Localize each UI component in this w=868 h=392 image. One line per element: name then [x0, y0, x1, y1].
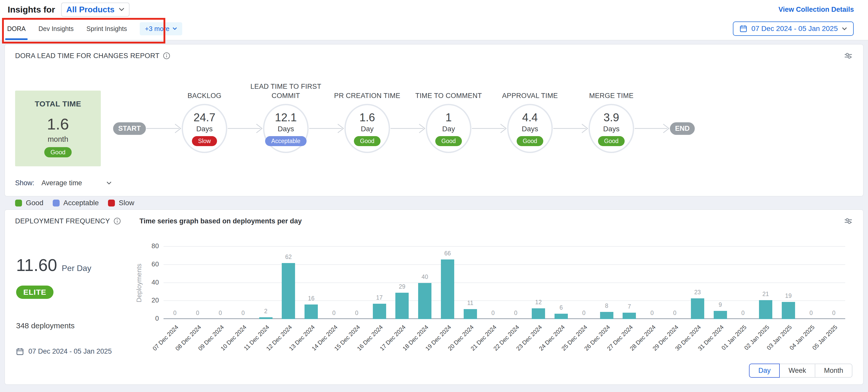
info-icon[interactable]	[114, 217, 121, 225]
bar-column-13-dec-2024: 1613 Dec 2024	[300, 247, 323, 319]
bar	[373, 304, 386, 319]
bar-value-label: 0	[186, 310, 209, 316]
page-title: Insights for	[8, 5, 55, 14]
view-collection-details-link[interactable]: View Collection Details	[778, 6, 854, 13]
bar	[600, 312, 613, 319]
bar-column-29-dec-2024: 029 Dec 2024	[663, 247, 686, 319]
lead-time-card: DORA LEAD TIME FOR CHANGES REPORT TOTAL …	[4, 44, 864, 197]
bar-column-08-dec-2024: 008 Dec 2024	[186, 247, 209, 319]
product-selector-dropdown[interactable]: All Products	[61, 3, 129, 17]
chart-settings-icon[interactable]	[844, 51, 853, 60]
legend-label: Good	[26, 199, 43, 207]
deployment-rate-value: 11.60	[16, 255, 57, 275]
bar	[623, 313, 636, 319]
status-legend: GoodAcceptableSlow	[15, 199, 853, 207]
show-metric-dropdown[interactable]: Show: Average time	[15, 179, 853, 187]
tab-dev-insights[interactable]: Dev Insights	[38, 18, 74, 40]
tabs-left: DORADev InsightsSprint Insights	[7, 18, 140, 40]
stage-approval-time: APPROVAL TIME4.4DaysGood	[507, 104, 553, 153]
bar-column-03-jan-2025: 1903 Jan 2025	[777, 247, 800, 319]
bar-value-label: 0	[641, 310, 663, 316]
performance-tier-badge: ELITE	[16, 285, 54, 299]
bar-column-12-dec-2024: 6212 Dec 2024	[277, 247, 300, 319]
bar-value-label: 0	[231, 310, 254, 316]
stage-circle: 4.4DaysGood	[507, 104, 553, 153]
bar	[759, 300, 772, 319]
chart-settings-icon[interactable]	[844, 216, 853, 226]
bar-column-19-dec-2024: 6619 Dec 2024	[436, 247, 459, 319]
bar-value-label: 11	[459, 300, 482, 306]
stage-pr-creation-time: PR CREATION TIME1.6DayGood	[344, 104, 390, 153]
deployment-rate-unit: Per Day	[62, 264, 91, 273]
stage-value: 24.7	[193, 111, 215, 124]
bar-value-label: 19	[777, 293, 800, 299]
stage-status-badge: Good	[435, 136, 462, 146]
bar	[259, 317, 273, 319]
stage-name: TIME TO COMMENT	[406, 91, 491, 100]
more-tabs-dropdown[interactable]: +3 more	[140, 22, 182, 35]
end-pill: END	[670, 122, 695, 135]
bar-value-label: 12	[527, 299, 550, 306]
date-range-picker[interactable]: 07 Dec 2024 - 05 Jan 2025	[733, 22, 854, 36]
bar-column-09-dec-2024: 009 Dec 2024	[209, 247, 232, 319]
bar-value-label: 62	[277, 253, 300, 261]
tab-sprint-insights[interactable]: Sprint Insights	[87, 18, 127, 40]
bar-value-label: 17	[368, 294, 391, 301]
stage-unit: Days	[196, 125, 213, 133]
bar-column-27-dec-2024: 727 Dec 2024	[618, 247, 641, 319]
bar	[305, 304, 318, 319]
total-time-value: 1.6	[47, 115, 69, 133]
bar-value-label: 0	[209, 310, 232, 316]
y-tick-60: 60	[152, 260, 159, 268]
bar-value-label: 0	[345, 310, 368, 316]
bar-column-15-dec-2024: 015 Dec 2024	[345, 247, 368, 319]
y-tick-0: 0	[155, 314, 159, 323]
granularity-day-button[interactable]: Day	[749, 364, 780, 378]
bar	[532, 308, 545, 319]
product-selector-value: All Products	[66, 5, 114, 14]
stage-circle: 12.1DaysAcceptable	[263, 104, 309, 153]
bar-value-label: 0	[482, 310, 504, 316]
granularity-toggle: DayWeekMonth	[749, 364, 852, 378]
stage-value: 12.1	[275, 111, 297, 124]
chevron-down-icon	[106, 181, 112, 185]
stage-unit: Days	[603, 125, 620, 133]
bar-value-label: 0	[323, 310, 345, 316]
stage-unit: Days	[278, 125, 294, 133]
deployment-chart: Deployments 020406080007 Dec 2024008 Dec…	[135, 232, 853, 355]
stage-value: 1.6	[359, 111, 375, 124]
stage-unit: Days	[522, 125, 538, 133]
bar-column-16-dec-2024: 1716 Dec 2024	[368, 247, 391, 319]
legend-item-good: Good	[15, 199, 43, 207]
total-deployments: 348 deployments	[16, 321, 135, 330]
bar-column-05-jan-2025: 005 Jan 2025	[823, 247, 845, 319]
bar-value-label: 0	[504, 310, 527, 316]
granularity-week-button[interactable]: Week	[779, 364, 815, 378]
bar	[464, 309, 477, 319]
bar-value-label: 0	[732, 310, 754, 316]
bar-value-label: 7	[618, 303, 641, 310]
bar	[395, 293, 409, 319]
bar-value-label: 0	[823, 310, 845, 316]
chevron-down-icon	[119, 8, 124, 11]
bar-value-label: 29	[391, 283, 413, 290]
bar-column-07-dec-2024: 007 Dec 2024	[163, 247, 186, 319]
deployment-rate: 11.60 Per Day	[16, 255, 135, 275]
flow-arrow-icon	[390, 123, 426, 134]
deployment-card-header: DEPLOYMENT FREQUENCY Time series graph b…	[15, 216, 853, 226]
legend-label: Slow	[119, 199, 134, 207]
legend-swatch	[53, 200, 60, 207]
tab-dora[interactable]: DORA	[7, 18, 26, 40]
bar-value-label: 6	[550, 304, 573, 311]
bar-column-23-dec-2024: 1223 Dec 2024	[527, 247, 550, 319]
info-icon[interactable]	[163, 52, 170, 59]
bar-column-18-dec-2024: 4018 Dec 2024	[413, 247, 436, 319]
bar-column-20-dec-2024: 1120 Dec 2024	[459, 247, 482, 319]
flow-arrow-icon	[553, 123, 589, 134]
bar-column-04-jan-2025: 004 Jan 2025	[800, 247, 823, 319]
granularity-month-button[interactable]: Month	[815, 364, 852, 378]
legend-swatch	[108, 200, 115, 207]
stats-date-range: 07 Dec 2024 - 05 Jan 2025	[16, 348, 135, 355]
bar	[782, 302, 795, 319]
bar-column-11-dec-2024: 211 Dec 2024	[254, 247, 277, 319]
